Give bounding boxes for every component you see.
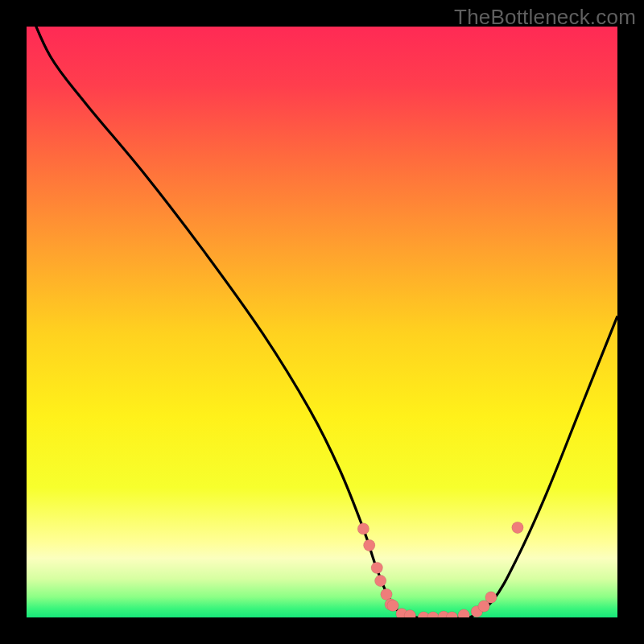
data-point [374, 575, 386, 586]
chart-stage: TheBottleneck.com [0, 0, 644, 644]
plot-area [27, 27, 617, 617]
data-point [512, 522, 523, 533]
data-point [357, 523, 369, 535]
data-point [371, 562, 382, 573]
data-point [387, 600, 398, 611]
plot-svg [27, 27, 617, 617]
data-point [364, 539, 375, 551]
gradient-bg [27, 27, 617, 617]
data-point [485, 592, 497, 603]
watermark-text: TheBottleneck.com [454, 5, 636, 30]
